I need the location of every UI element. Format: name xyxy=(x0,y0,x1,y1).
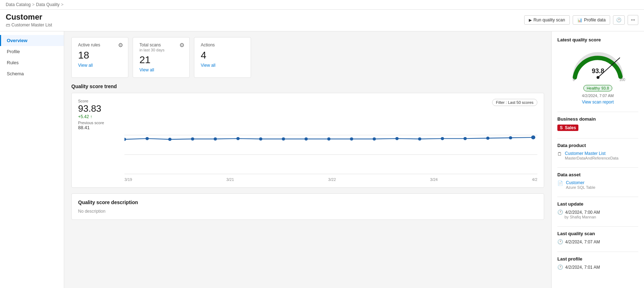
last-profile-section: Last profile 🕐 4/2/2024, 7:01 AM xyxy=(557,256,638,270)
svg-point-14 xyxy=(373,137,376,141)
data-asset-section: Data asset 📄 Customer Azure SQL Table xyxy=(557,172,638,190)
active-rules-icon: ⚙ xyxy=(118,42,123,49)
svg-point-7 xyxy=(214,137,217,141)
prev-score-label: Previous score xyxy=(78,121,104,125)
profile-data-label: Profile data xyxy=(584,17,606,22)
description-card: Quality score description No description xyxy=(71,193,544,220)
data-asset-title: Data asset xyxy=(557,172,638,177)
page-title: Customer xyxy=(6,12,52,22)
active-rules-label: Active rules xyxy=(78,42,122,47)
run-quality-scan-label: Run quality scan xyxy=(533,17,565,22)
svg-point-20 xyxy=(509,136,512,140)
svg-text:100: 100 xyxy=(619,78,625,81)
svg-point-21 xyxy=(531,136,536,140)
svg-point-8 xyxy=(236,137,240,140)
chart-icon: 📊 xyxy=(577,18,582,22)
data-asset-item: 📄 Customer Azure SQL Table xyxy=(557,180,638,190)
data-product-item: 🗒 Customer Master List MasterDataAndRefe… xyxy=(557,151,638,160)
sidebar: Overview Profile Rules Schema xyxy=(0,31,64,288)
sidebar-item-rules[interactable]: Rules xyxy=(0,57,64,68)
last-quality-scan-date: 🕐 4/2/2024, 7:07 AM xyxy=(557,239,638,244)
quality-score-section: Latest quality score 0 100 93.8 xyxy=(557,37,638,105)
history-icon: 🕐 xyxy=(616,17,622,22)
svg-point-17 xyxy=(441,137,444,140)
gauge-container: 0 100 93.8 xyxy=(569,45,627,82)
actions-card: Actions 4 View all xyxy=(194,37,251,78)
data-asset-file-icon: 📄 xyxy=(557,181,563,186)
sidebar-item-overview[interactable]: Overview xyxy=(0,35,64,46)
data-product-file-icon: 🗒 xyxy=(557,151,562,157)
actions-viewall-link[interactable]: View all xyxy=(201,63,215,68)
last-update-by: by Shafiq Mannan xyxy=(564,215,638,219)
healthy-label: Healthy xyxy=(587,86,600,90)
quality-score-title: Latest quality score xyxy=(557,37,638,42)
active-rules-viewall-link[interactable]: View all xyxy=(78,63,93,68)
more-options-button[interactable]: ··· xyxy=(628,15,638,25)
domain-letter: S xyxy=(560,125,563,130)
profile-data-button[interactable]: 📊 Profile data xyxy=(573,15,610,25)
total-scans-card: Total scans in last 30 days ⚙ 21 View al… xyxy=(133,37,190,78)
data-product-title: Data product xyxy=(557,143,638,148)
filter-button[interactable]: Filter : Last 50 scores xyxy=(492,99,537,106)
last-update-title: Last update xyxy=(557,201,638,207)
clock-icon-update: 🕐 xyxy=(557,209,563,215)
right-panel: Latest quality score 0 100 93.8 xyxy=(551,31,644,288)
chart-area xyxy=(124,133,537,176)
breadcrumb-data-catalog[interactable]: Data Catalog xyxy=(6,2,31,7)
history-button[interactable]: 🕐 xyxy=(613,15,625,25)
data-asset-name-link[interactable]: Customer xyxy=(566,180,596,185)
sidebar-item-rules-label: Rules xyxy=(7,60,19,65)
healthy-badge: Healthy 93.8 xyxy=(583,85,612,91)
last-quality-scan-title: Last quality scan xyxy=(557,231,638,236)
svg-point-10 xyxy=(282,137,285,141)
total-scans-viewall-link[interactable]: View all xyxy=(139,67,154,72)
divider-2 xyxy=(557,138,638,138)
sidebar-item-profile[interactable]: Profile xyxy=(0,46,64,57)
last-quality-scan-section: Last quality scan 🕐 4/2/2024, 7:07 AM xyxy=(557,231,638,244)
table-icon: 🗃 xyxy=(6,22,10,27)
divider-6 xyxy=(557,252,638,252)
view-scan-report-link[interactable]: View scan report xyxy=(582,100,614,105)
svg-point-6 xyxy=(191,137,194,141)
run-quality-scan-button[interactable]: ▶ Run quality scan xyxy=(524,15,570,25)
data-product-name-link[interactable]: Customer Master List xyxy=(565,151,618,156)
last-profile-date: 🕐 4/2/2024, 7:01 AM xyxy=(557,264,638,270)
business-domain-section: Business domain S Sales xyxy=(557,116,638,131)
svg-point-4 xyxy=(145,137,149,140)
no-description-text: No description xyxy=(78,209,537,214)
description-title: Quality score description xyxy=(78,199,537,205)
last-quality-scan-date-text: 4/2/2024, 7:07 AM xyxy=(565,239,600,244)
x-label-324: 3/24 xyxy=(430,177,438,182)
sidebar-item-schema-label: Schema xyxy=(7,71,24,76)
prev-score-value: 88.41 xyxy=(78,125,104,130)
actions-label: Actions xyxy=(201,42,244,47)
data-product-sub: MasterDataAndReferenceData xyxy=(565,156,618,160)
data-asset-sub: Azure SQL Table xyxy=(566,185,596,190)
svg-text:93.8: 93.8 xyxy=(592,67,604,75)
svg-point-19 xyxy=(486,137,489,140)
active-rules-value: 18 xyxy=(78,50,122,61)
last-update-date: 🕐 4/2/2024, 7:00 AM xyxy=(557,209,638,215)
last-profile-title: Last profile xyxy=(557,256,638,262)
x-axis-labels: 3/19 3/21 3/22 3/24 4/2 xyxy=(124,177,537,182)
last-update-date-text: 4/2/2024, 7:00 AM xyxy=(565,210,600,215)
total-scans-icon: ⚙ xyxy=(179,42,184,49)
breadcrumb-sep2: > xyxy=(61,2,63,7)
x-label-321: 3/21 xyxy=(226,177,234,182)
svg-point-5 xyxy=(168,138,172,141)
sidebar-item-schema[interactable]: Schema xyxy=(0,68,64,79)
data-product-section: Data product 🗒 Customer Master List Mast… xyxy=(557,143,638,160)
last-profile-date-text: 4/2/2024, 7:01 AM xyxy=(565,265,600,270)
svg-point-12 xyxy=(327,137,331,141)
score-date: 4/2/2024, 7:07 AM xyxy=(557,94,638,98)
healthy-value: 93.8 xyxy=(601,86,609,90)
clock-icon-scan: 🕐 xyxy=(557,239,563,244)
sidebar-item-profile-label: Profile xyxy=(7,49,20,54)
svg-point-11 xyxy=(305,137,308,141)
breadcrumb-data-quality[interactable]: Data Quality xyxy=(36,2,60,7)
domain-badge: S Sales xyxy=(557,125,578,131)
svg-point-3 xyxy=(124,138,126,141)
svg-point-9 xyxy=(259,137,262,141)
svg-point-15 xyxy=(395,137,399,140)
chart-svg xyxy=(124,133,537,176)
